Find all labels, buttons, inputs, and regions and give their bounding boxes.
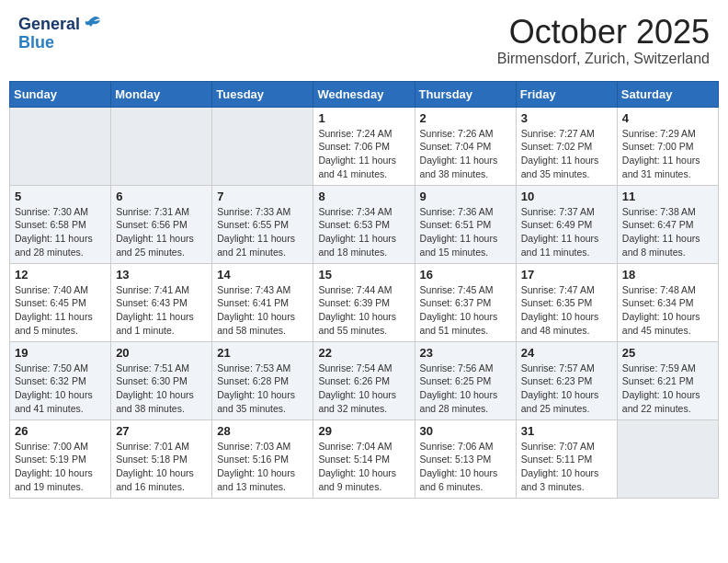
day-info: Sunrise: 7:33 AM Sunset: 6:55 PM Dayligh… <box>217 205 308 259</box>
weekday-header-sunday: Sunday <box>10 81 111 107</box>
day-number: 30 <box>420 424 511 438</box>
calendar-cell: 10Sunrise: 7:37 AM Sunset: 6:49 PM Dayli… <box>516 185 617 263</box>
day-info: Sunrise: 7:01 AM Sunset: 5:18 PM Dayligh… <box>116 440 207 494</box>
logo: General Blue <box>18 14 102 51</box>
day-info: Sunrise: 7:45 AM Sunset: 6:37 PM Dayligh… <box>420 283 511 338</box>
day-info: Sunrise: 7:27 AM Sunset: 7:02 PM Dayligh… <box>521 127 612 181</box>
title-section: October 2025 Birmensdorf, Zurich, Switze… <box>497 14 710 67</box>
day-number: 1 <box>318 111 409 125</box>
day-info: Sunrise: 7:31 AM Sunset: 6:56 PM Dayligh… <box>116 205 207 259</box>
weekday-header-saturday: Saturday <box>617 81 718 107</box>
calendar-cell <box>212 107 313 185</box>
page-header: General Blue October 2025 Birmensdorf, Z… <box>9 9 719 72</box>
day-number: 29 <box>318 424 409 438</box>
calendar-cell: 15Sunrise: 7:44 AM Sunset: 6:39 PM Dayli… <box>313 263 415 341</box>
day-number: 5 <box>15 190 106 203</box>
day-info: Sunrise: 7:38 AM Sunset: 6:47 PM Dayligh… <box>622 205 713 259</box>
day-info: Sunrise: 7:57 AM Sunset: 6:23 PM Dayligh… <box>521 362 612 416</box>
day-number: 2 <box>420 111 511 125</box>
day-number: 7 <box>217 190 308 203</box>
calendar-cell: 24Sunrise: 7:57 AM Sunset: 6:23 PM Dayli… <box>516 341 617 419</box>
calendar-cell: 30Sunrise: 7:06 AM Sunset: 5:13 PM Dayli… <box>415 419 516 498</box>
day-number: 15 <box>318 268 409 282</box>
logo-bird-icon <box>82 14 102 34</box>
day-info: Sunrise: 7:54 AM Sunset: 6:26 PM Dayligh… <box>318 362 409 416</box>
calendar-cell: 25Sunrise: 7:59 AM Sunset: 6:21 PM Dayli… <box>617 341 718 419</box>
calendar-cell: 11Sunrise: 7:38 AM Sunset: 6:47 PM Dayli… <box>617 185 718 263</box>
weekday-header-monday: Monday <box>111 81 212 107</box>
day-info: Sunrise: 7:40 AM Sunset: 6:45 PM Dayligh… <box>15 283 106 338</box>
day-info: Sunrise: 7:24 AM Sunset: 7:06 PM Dayligh… <box>318 127 409 181</box>
day-number: 17 <box>521 268 612 282</box>
calendar-cell: 21Sunrise: 7:53 AM Sunset: 6:28 PM Dayli… <box>212 341 313 419</box>
day-number: 22 <box>318 346 409 360</box>
weekday-header-tuesday: Tuesday <box>212 81 313 107</box>
calendar-cell: 28Sunrise: 7:03 AM Sunset: 5:16 PM Dayli… <box>212 419 313 498</box>
day-info: Sunrise: 7:03 AM Sunset: 5:16 PM Dayligh… <box>217 440 308 494</box>
logo-blue: Blue <box>18 34 54 51</box>
day-number: 20 <box>116 346 207 360</box>
day-number: 31 <box>521 424 612 438</box>
day-info: Sunrise: 7:07 AM Sunset: 5:11 PM Dayligh… <box>521 440 612 494</box>
calendar-week-row: 26Sunrise: 7:00 AM Sunset: 5:19 PM Dayli… <box>10 419 719 498</box>
calendar-cell: 4Sunrise: 7:29 AM Sunset: 7:00 PM Daylig… <box>617 107 718 185</box>
calendar-cell <box>617 419 718 498</box>
day-number: 19 <box>15 346 106 360</box>
day-info: Sunrise: 7:36 AM Sunset: 6:51 PM Dayligh… <box>420 205 511 259</box>
day-info: Sunrise: 7:29 AM Sunset: 7:00 PM Dayligh… <box>622 127 713 181</box>
day-number: 21 <box>217 346 308 360</box>
location-text: Birmensdorf, Zurich, Switzerland <box>497 51 710 67</box>
calendar-week-row: 19Sunrise: 7:50 AM Sunset: 6:32 PM Dayli… <box>10 341 719 419</box>
day-info: Sunrise: 7:34 AM Sunset: 6:53 PM Dayligh… <box>318 205 409 259</box>
calendar-cell: 3Sunrise: 7:27 AM Sunset: 7:02 PM Daylig… <box>516 107 617 185</box>
calendar-cell: 5Sunrise: 7:30 AM Sunset: 6:58 PM Daylig… <box>10 185 111 263</box>
calendar-cell: 9Sunrise: 7:36 AM Sunset: 6:51 PM Daylig… <box>415 185 516 263</box>
calendar-cell: 17Sunrise: 7:47 AM Sunset: 6:35 PM Dayli… <box>516 263 617 341</box>
day-info: Sunrise: 7:59 AM Sunset: 6:21 PM Dayligh… <box>622 362 713 416</box>
day-info: Sunrise: 7:50 AM Sunset: 6:32 PM Dayligh… <box>15 362 106 416</box>
day-number: 23 <box>420 346 511 360</box>
calendar-cell <box>111 107 212 185</box>
calendar-cell: 18Sunrise: 7:48 AM Sunset: 6:34 PM Dayli… <box>617 263 718 341</box>
calendar-week-row: 12Sunrise: 7:40 AM Sunset: 6:45 PM Dayli… <box>10 263 719 341</box>
day-number: 9 <box>420 190 511 203</box>
calendar-cell: 16Sunrise: 7:45 AM Sunset: 6:37 PM Dayli… <box>415 263 516 341</box>
day-number: 11 <box>622 190 713 203</box>
day-number: 3 <box>521 111 612 125</box>
calendar-table: SundayMondayTuesdayWednesdayThursdayFrid… <box>9 81 719 499</box>
day-info: Sunrise: 7:48 AM Sunset: 6:34 PM Dayligh… <box>622 283 713 338</box>
calendar-cell: 8Sunrise: 7:34 AM Sunset: 6:53 PM Daylig… <box>313 185 415 263</box>
day-number: 18 <box>622 268 713 282</box>
day-number: 13 <box>116 268 207 282</box>
calendar-cell: 29Sunrise: 7:04 AM Sunset: 5:14 PM Dayli… <box>313 419 415 498</box>
calendar-cell: 1Sunrise: 7:24 AM Sunset: 7:06 PM Daylig… <box>313 107 415 185</box>
day-info: Sunrise: 7:37 AM Sunset: 6:49 PM Dayligh… <box>521 205 612 259</box>
day-number: 25 <box>622 346 713 360</box>
day-info: Sunrise: 7:26 AM Sunset: 7:04 PM Dayligh… <box>420 127 511 181</box>
day-info: Sunrise: 7:51 AM Sunset: 6:30 PM Dayligh… <box>116 362 207 416</box>
day-number: 24 <box>521 346 612 360</box>
logo-general: General <box>18 16 80 32</box>
day-number: 12 <box>15 268 106 282</box>
calendar-cell: 13Sunrise: 7:41 AM Sunset: 6:43 PM Dayli… <box>111 263 212 341</box>
calendar-cell: 2Sunrise: 7:26 AM Sunset: 7:04 PM Daylig… <box>415 107 516 185</box>
day-info: Sunrise: 7:06 AM Sunset: 5:13 PM Dayligh… <box>420 440 511 494</box>
day-info: Sunrise: 7:04 AM Sunset: 5:14 PM Dayligh… <box>318 440 409 494</box>
calendar-cell: 20Sunrise: 7:51 AM Sunset: 6:30 PM Dayli… <box>111 341 212 419</box>
weekday-header-wednesday: Wednesday <box>313 81 415 107</box>
calendar-cell: 14Sunrise: 7:43 AM Sunset: 6:41 PM Dayli… <box>212 263 313 341</box>
day-info: Sunrise: 7:30 AM Sunset: 6:58 PM Dayligh… <box>15 205 106 259</box>
day-info: Sunrise: 7:53 AM Sunset: 6:28 PM Dayligh… <box>217 362 308 416</box>
calendar-cell: 6Sunrise: 7:31 AM Sunset: 6:56 PM Daylig… <box>111 185 212 263</box>
day-info: Sunrise: 7:56 AM Sunset: 6:25 PM Dayligh… <box>420 362 511 416</box>
day-info: Sunrise: 7:00 AM Sunset: 5:19 PM Dayligh… <box>15 440 106 494</box>
day-info: Sunrise: 7:44 AM Sunset: 6:39 PM Dayligh… <box>318 283 409 338</box>
weekday-header-row: SundayMondayTuesdayWednesdayThursdayFrid… <box>10 81 719 107</box>
calendar-cell <box>10 107 111 185</box>
month-title: October 2025 <box>497 14 710 51</box>
calendar-cell: 12Sunrise: 7:40 AM Sunset: 6:45 PM Dayli… <box>10 263 111 341</box>
day-number: 16 <box>420 268 511 282</box>
weekday-header-friday: Friday <box>516 81 617 107</box>
day-number: 6 <box>116 190 207 203</box>
calendar-cell: 26Sunrise: 7:00 AM Sunset: 5:19 PM Dayli… <box>10 419 111 498</box>
